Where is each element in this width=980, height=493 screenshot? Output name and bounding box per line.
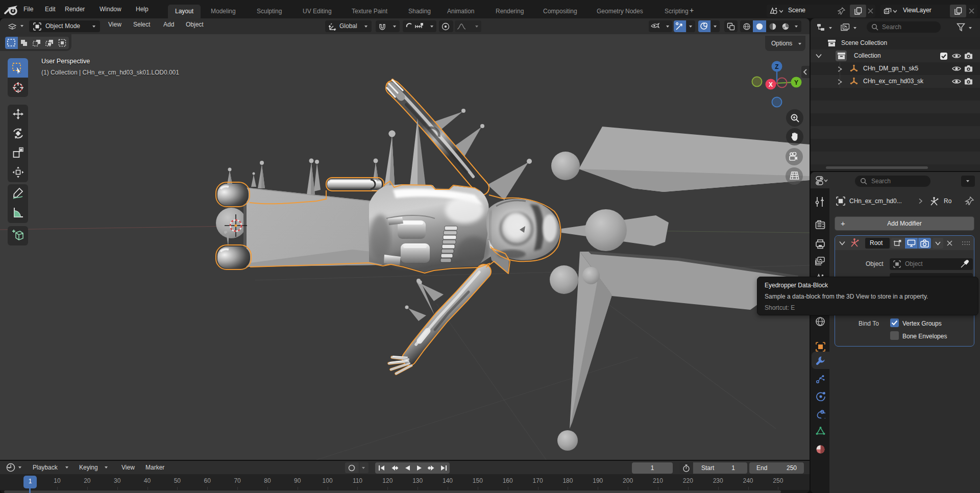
svg-text:X: X [769, 81, 773, 88]
svg-text:Z: Z [775, 63, 778, 70]
svg-text:Y: Y [794, 79, 798, 86]
